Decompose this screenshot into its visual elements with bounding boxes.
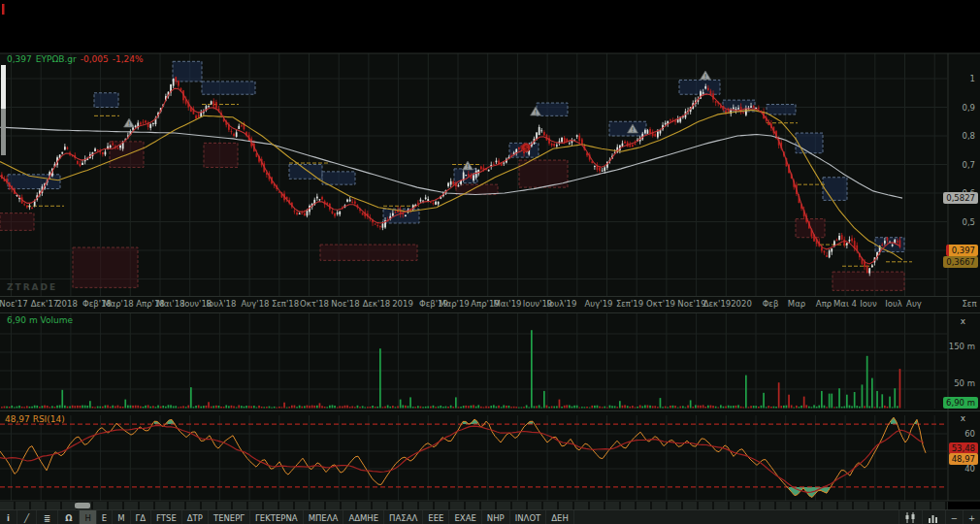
svg-text:Μαρ'18: Μαρ'18	[103, 299, 134, 309]
svg-text:Οκτ'19: Οκτ'19	[646, 299, 675, 309]
volume-legend-value: 6,90 m	[7, 315, 38, 325]
svg-text:Μαρ: Μαρ	[788, 299, 805, 309]
volume-legend-label: Volume	[41, 315, 73, 325]
svg-text:Αυγ: Αυγ	[906, 299, 922, 309]
ticker-tab-ΠΑΣΑΛ[interactable]: ΠΑΣΑΛ	[384, 510, 423, 524]
timeframe-button-Η[interactable]: Η	[80, 510, 96, 524]
ztrade-watermark: ZTRADE	[7, 282, 57, 293]
svg-text:Νοε'19: Νοε'19	[677, 299, 705, 309]
ticker-tab-FTSE[interactable]: FTSE	[151, 510, 182, 524]
ticker-tab-ΙΝΛΟΤ[interactable]: ΙΝΛΟΤ	[510, 510, 547, 524]
zoom-out-button[interactable]: −	[945, 510, 963, 524]
volume-value-badge: 6,90 m	[943, 397, 978, 409]
last-price-badge: 0,397	[946, 245, 978, 256]
svg-text:Μαρ'19: Μαρ'19	[439, 299, 470, 309]
svg-text:Δεκ'17: Δεκ'17	[31, 299, 59, 309]
svg-text:!: !	[467, 163, 470, 171]
rsi-pane-close-icon[interactable]: x	[958, 413, 968, 424]
svg-text:0,5: 0,5	[962, 217, 975, 227]
ohm-tool-button[interactable]: Ω	[58, 510, 80, 524]
svg-text:Ιουν: Ιουν	[860, 299, 877, 309]
svg-text:2019: 2019	[392, 299, 413, 309]
ticker-tab-ΤΕΝΕΡΓ[interactable]: ΤΕΝΕΡΓ	[209, 510, 250, 524]
svg-text:Αυγ'19: Αυγ'19	[585, 299, 613, 309]
time-scrollbar[interactable]	[0, 502, 948, 509]
legend-last-price: 0,397	[7, 54, 32, 64]
candlestick-glyph	[904, 512, 917, 523]
svg-text:!: !	[632, 126, 635, 134]
ticker-tab-ΔΕΗ[interactable]: ΔΕΗ	[546, 510, 574, 524]
svg-text:Νοε'17: Νοε'17	[0, 299, 28, 309]
ticker-tab-ΓΕΚΤΕΡΝΑ[interactable]: ΓΕΚΤΕΡΝΑ	[250, 510, 304, 524]
toolbar-right-group: − +	[898, 510, 980, 524]
svg-text:150 m: 150 m	[949, 342, 975, 351]
rsi-legend-label: RSI(14)	[33, 414, 65, 424]
legend-change-pct: -1,24%	[113, 54, 144, 64]
svg-text:0,8: 0,8	[962, 131, 975, 141]
svg-text:Μαι 4: Μαι 4	[833, 299, 857, 309]
rsi-legend: 48,97 RSI(14)	[5, 414, 65, 425]
volume-pane-close-icon[interactable]: x	[958, 316, 968, 327]
svg-text:Οκτ'18: Οκτ'18	[300, 299, 329, 309]
legend-symbol: ΕΥΡΩΒ.gr	[36, 54, 77, 64]
timeframe-button-Μ[interactable]: Μ	[113, 510, 130, 524]
svg-text:Ιουλ'18: Ιουλ'18	[207, 299, 237, 309]
ticker-tab-ΔΤΡ[interactable]: ΔΤΡ	[182, 510, 209, 524]
ticker-tab-ΕΧΑΕ[interactable]: ΕΧΑΕ	[449, 510, 481, 524]
svg-text:!: !	[704, 73, 707, 81]
svg-text:1: 1	[970, 74, 975, 83]
svg-text:60: 60	[964, 429, 975, 439]
svg-text:50 m: 50 m	[954, 378, 975, 388]
indicators-tool-button[interactable]: ≣	[37, 510, 58, 524]
ticker-tab-ΝΗΡ[interactable]: ΝΗΡ	[482, 510, 510, 524]
ma-slow-value-badge: 0,5827	[943, 192, 978, 204]
zoom-in-button[interactable]: +	[963, 510, 980, 524]
svg-text:S: S	[524, 145, 528, 152]
svg-text:0,7: 0,7	[962, 160, 975, 170]
svg-text:40: 40	[964, 464, 975, 474]
svg-text:Μαι'18: Μαι'18	[157, 299, 185, 309]
svg-text:Φεβ: Φεβ	[763, 299, 779, 309]
svg-text:Σεπ'18: Σεπ'18	[272, 299, 299, 309]
svg-text:2020: 2020	[731, 299, 752, 309]
volume-legend: 6,90 m Volume	[7, 315, 73, 326]
ticker-tab-ΑΔΜΗΕ[interactable]: ΑΔΜΗΕ	[343, 510, 384, 524]
rsi-legend-value: 48,97	[5, 414, 30, 424]
ma-mid-value-badge: 0,3667	[943, 256, 978, 268]
time-scrollbar-thumb[interactable]	[75, 503, 90, 508]
toolbar-left-group: i╱≣ΩΗΕΜΓΔFTSEΔΤΡΤΕΝΕΡΓΓΕΚΤΕΡΝΑΜΠΕΛΑΑΔΜΗΕ…	[0, 510, 898, 524]
histogram-glyph	[928, 512, 940, 523]
trading-app-window: !!!!!S10,90,80,70,60,5150 m50 m6040Νοε'1…	[0, 0, 980, 524]
candlestick-chart-icon[interactable]	[898, 510, 922, 524]
rsi-value-badge: 48,97	[949, 453, 978, 465]
svg-text:Απρ: Απρ	[816, 299, 832, 309]
info-tool-button[interactable]: i	[0, 510, 17, 524]
ticker-tab-ΜΠΕΛΑ[interactable]: ΜΠΕΛΑ	[304, 510, 344, 524]
bottom-toolbar: i╱≣ΩΗΕΜΓΔFTSEΔΤΡΤΕΝΕΡΓΓΕΚΤΕΡΝΑΜΠΕΛΑΑΔΜΗΕ…	[0, 509, 980, 524]
svg-text:Ιουλ'19: Ιουλ'19	[547, 299, 577, 309]
svg-text:Σεπ: Σεπ	[962, 299, 976, 309]
svg-text:Σεπ'19: Σεπ'19	[616, 299, 643, 309]
svg-text:2018: 2018	[56, 299, 78, 309]
svg-text:Δεκ'19: Δεκ'19	[703, 299, 732, 309]
svg-text:Αυγ'18: Αυγ'18	[242, 299, 270, 309]
svg-text:!: !	[535, 109, 538, 116]
draw-tool-button[interactable]: ╱	[17, 510, 37, 524]
timeframe-button-Ε[interactable]: Ε	[97, 510, 113, 524]
legend-change: -0,005	[81, 54, 109, 64]
svg-text:Ιουλ: Ιουλ	[885, 299, 902, 309]
ticker-tab-ΕΕΕ[interactable]: ΕΕΕ	[423, 510, 449, 524]
chart-legend: 0,397ΕΥΡΩΒ.gr-0,005-1,24%	[7, 54, 147, 65]
ticker-tab-ΓΔ[interactable]: ΓΔ	[131, 510, 152, 524]
histogram-chart-icon[interactable]	[922, 510, 945, 524]
svg-text:Δεκ'18: Δεκ'18	[363, 299, 391, 309]
svg-text:Μαι'19: Μαι'19	[494, 299, 522, 309]
svg-text:0,9: 0,9	[962, 103, 975, 113]
chart-canvas[interactable]: !!!!!S10,90,80,70,60,5150 m50 m6040Νοε'1…	[0, 0, 980, 510]
svg-text:Νοε'18: Νοε'18	[331, 299, 359, 309]
svg-text:!: !	[128, 120, 131, 128]
